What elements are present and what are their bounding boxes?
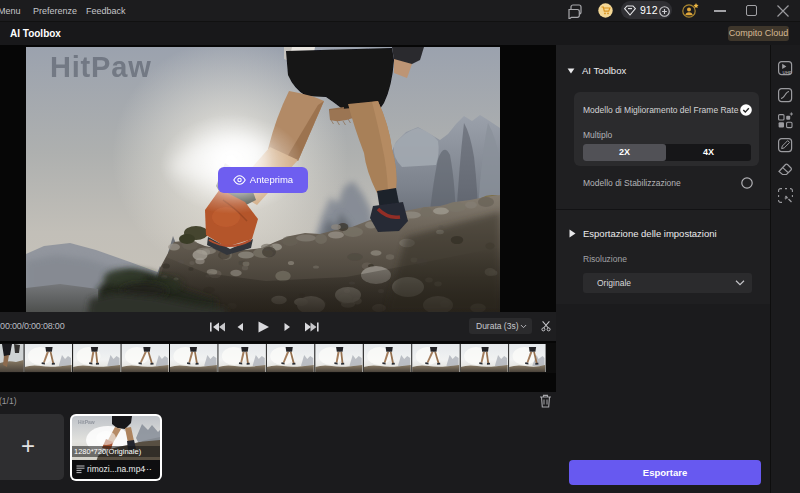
svg-text:UHD: UHD [783,70,793,75]
svg-text:HitPaw: HitPaw [78,419,95,425]
svg-text:HitPaw: HitPaw [50,51,152,83]
